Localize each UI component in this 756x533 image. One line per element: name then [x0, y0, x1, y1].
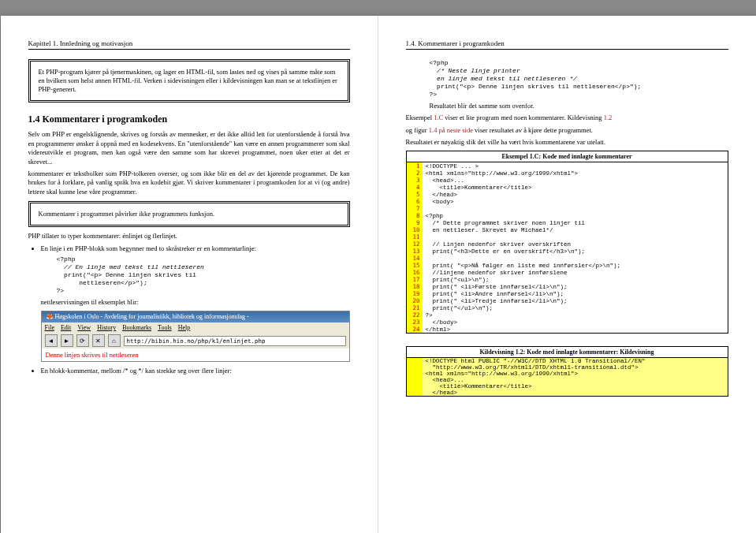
section-heading: 1.4 Kommentarer i programkoden — [28, 114, 350, 125]
callout-box-2: Kommentarer i programmet påvirker ikke p… — [28, 201, 350, 227]
paragraph: PHP tillater to typer kommentarer: énlin… — [28, 232, 350, 240]
list-item: En blokk-kommentar, mellom /* og */ kan … — [41, 367, 350, 375]
callout-box-1: Et PHP-program kjører på tjenermaskinen,… — [28, 59, 350, 102]
browser-menubar: FileEditViewHistoryBookmarksToolsHelp — [42, 322, 349, 333]
code-listing-1c: Eksempel 1.C: Kode med innlagte kommenta… — [406, 151, 728, 334]
back-icon[interactable]: ◄ — [45, 334, 58, 347]
paragraph: Resultatet blir det samme som ovenfor. — [430, 102, 728, 110]
code-lines: 1<!DOCTYPE ... >2<html xmlns="http://www… — [407, 162, 728, 333]
left-page: Kapittel 1. Innledning og motivasjon Et … — [1, 16, 378, 533]
paragraph: kommentarer er tekstbolker som PHP-tolke… — [28, 170, 350, 196]
paragraph: og figur 1.4 på neste side viser resulta… — [406, 126, 728, 135]
browser-toolbar: ◄ ► ⟳ ✕ ⌂ http://bibin.hio.no/php/k1/enl… — [42, 333, 349, 348]
code-snippet: <?php /* Neste linje printer en linje me… — [430, 59, 728, 99]
code-snippet: <?php // En linje med tekst til nettlese… — [57, 255, 350, 295]
paragraph: Selv om PHP er engelsklignende, skrives … — [28, 130, 350, 166]
running-head-left: Kapittel 1. Innledning og motivasjon — [28, 39, 350, 50]
running-head-right: 1.4. Kommentarer i programkoden — [406, 39, 728, 50]
paragraph: Eksempel 1.C viser et lite program med n… — [406, 114, 728, 122]
forward-icon[interactable]: ► — [61, 334, 73, 347]
code-listing-1-2: Kildevisning 1.2: Kode med innlagte komm… — [406, 346, 728, 397]
listing-caption: Kildevisning 1.2: Kode med innlagte komm… — [407, 347, 728, 358]
page-spread: Kapittel 1. Innledning og motivasjon Et … — [1, 16, 756, 533]
stop-icon[interactable]: ✕ — [92, 334, 105, 347]
browser-mock: 🦊 Høgskolen i Oslo - Avdeling for journa… — [41, 311, 350, 362]
home-icon[interactable]: ⌂ — [108, 334, 121, 347]
list-item: En linje i en PHP-blokk som begynner med… — [41, 244, 350, 362]
code-lines: <!DOCTYPE html PUBLIC "-//W3C//DTD XHTML… — [407, 358, 728, 396]
url-bar[interactable]: http://bibin.hio.no/php/k1/enlinjet.php — [124, 336, 346, 346]
browser-titlebar: 🦊 Høgskolen i Oslo - Avdeling for journa… — [42, 311, 349, 322]
firefox-icon: 🦊 — [46, 313, 54, 321]
reload-icon[interactable]: ⟳ — [76, 334, 89, 347]
right-page: 1.4. Kommentarer i programkoden <?php /*… — [378, 16, 756, 533]
paragraph: Resultatet er nøyaktig slik det ville ha… — [406, 138, 728, 147]
browser-body: Denne linjen skrives til nettleseren — [42, 348, 349, 361]
listing-caption: Eksempel 1.C: Kode med innlagte kommenta… — [407, 151, 728, 162]
